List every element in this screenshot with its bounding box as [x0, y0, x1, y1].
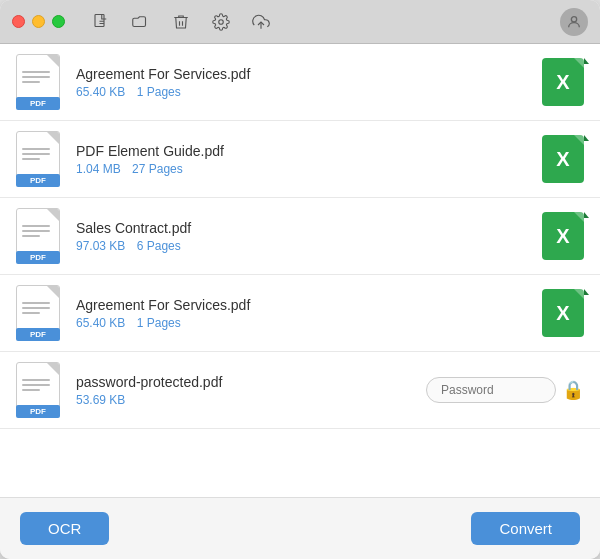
file-info: password-protected.pdf 53.69 KB	[76, 374, 426, 407]
file-name: Agreement For Services.pdf	[76, 66, 542, 82]
password-input[interactable]	[426, 377, 556, 403]
file-icon: PDF	[16, 131, 64, 187]
file-meta: 65.40 KB 1 Pages	[76, 316, 542, 330]
file-meta: 1.04 MB 27 Pages	[76, 162, 542, 176]
excel-icon: X	[542, 58, 584, 106]
file-info: Agreement For Services.pdf 65.40 KB 1 Pa…	[76, 297, 542, 330]
file-icon: PDF	[16, 54, 64, 110]
pages-link[interactable]: 27 Pages	[132, 162, 183, 176]
file-info: PDF Element Guide.pdf 1.04 MB 27 Pages	[76, 143, 542, 176]
password-area: 🔒	[426, 377, 584, 403]
close-button[interactable]	[12, 15, 25, 28]
upload-button[interactable]	[245, 8, 277, 36]
file-meta: 97.03 KB 6 Pages	[76, 239, 542, 253]
pages-link[interactable]: 1 Pages	[137, 316, 181, 330]
open-folder-button[interactable]	[125, 8, 157, 36]
file-meta: 65.40 KB 1 Pages	[76, 85, 542, 99]
maximize-button[interactable]	[52, 15, 65, 28]
excel-icon: X	[542, 135, 584, 183]
file-meta: 53.69 KB	[76, 393, 426, 407]
pdf-badge: PDF	[16, 405, 60, 418]
file-icon: PDF	[16, 362, 64, 418]
minimize-button[interactable]	[32, 15, 45, 28]
pdf-badge: PDF	[16, 174, 60, 187]
file-name: Sales Contract.pdf	[76, 220, 542, 236]
file-name: Agreement For Services.pdf	[76, 297, 542, 313]
toolbar-buttons	[85, 8, 277, 36]
pdf-badge: PDF	[16, 97, 60, 110]
excel-icon: X	[542, 289, 584, 337]
pdf-badge: PDF	[16, 328, 60, 341]
app-window: PDF Agreement For Services.pdf 65.40 KB …	[0, 0, 600, 559]
file-list: PDF Agreement For Services.pdf 65.40 KB …	[0, 44, 600, 497]
svg-rect-0	[95, 14, 104, 26]
ocr-button[interactable]: OCR	[20, 512, 109, 545]
file-icon: PDF	[16, 285, 64, 341]
list-item: PDF Agreement For Services.pdf 65.40 KB …	[0, 44, 600, 121]
file-name: PDF Element Guide.pdf	[76, 143, 542, 159]
titlebar	[0, 0, 600, 44]
svg-point-5	[571, 16, 576, 21]
svg-point-3	[219, 19, 224, 24]
settings-button[interactable]	[205, 8, 237, 36]
pdf-badge: PDF	[16, 251, 60, 264]
bottom-bar: OCR Convert	[0, 497, 600, 559]
file-name: password-protected.pdf	[76, 374, 426, 390]
user-avatar[interactable]	[560, 8, 588, 36]
list-item: PDF password-protected.pdf 53.69 KB 🔒	[0, 352, 600, 429]
convert-button[interactable]: Convert	[471, 512, 580, 545]
new-file-button[interactable]	[85, 8, 117, 36]
pages-link[interactable]: 1 Pages	[137, 85, 181, 99]
list-item: PDF PDF Element Guide.pdf 1.04 MB 27 Pag…	[0, 121, 600, 198]
delete-button[interactable]	[165, 8, 197, 36]
file-info: Agreement For Services.pdf 65.40 KB 1 Pa…	[76, 66, 542, 99]
list-item: PDF Agreement For Services.pdf 65.40 KB …	[0, 275, 600, 352]
excel-icon: X	[542, 212, 584, 260]
file-info: Sales Contract.pdf 97.03 KB 6 Pages	[76, 220, 542, 253]
pages-link[interactable]: 6 Pages	[137, 239, 181, 253]
traffic-lights	[12, 15, 65, 28]
list-item: PDF Sales Contract.pdf 97.03 KB 6 Pages …	[0, 198, 600, 275]
lock-icon: 🔒	[562, 379, 584, 401]
file-icon: PDF	[16, 208, 64, 264]
